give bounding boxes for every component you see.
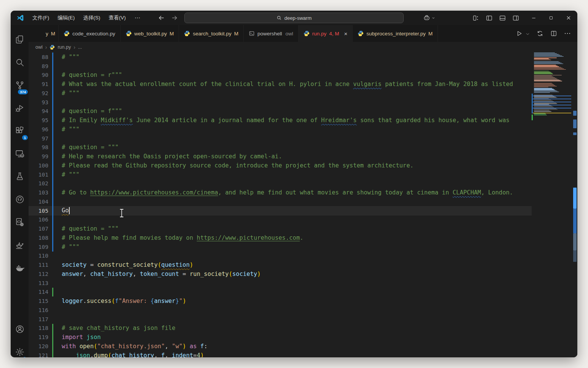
code-line-88[interactable]: 88# """ [29, 53, 532, 62]
activity-docker[interactable] [11, 256, 29, 279]
activity-search[interactable] [11, 51, 29, 74]
code-line-103[interactable]: 103# Go to https://www.picturehouses.com… [29, 188, 532, 197]
activity-genie-lamp[interactable] [11, 234, 29, 256]
run-icon[interactable] [515, 30, 523, 37]
code-line-108[interactable]: 108# Please help me find movies today on… [29, 233, 532, 242]
more-icon[interactable] [564, 30, 571, 37]
code-line-104[interactable]: 104 [29, 197, 532, 206]
tab-label: powershell [257, 31, 282, 37]
minimap-line [534, 71, 549, 71]
testing-icon [15, 172, 25, 182]
line-number: 120 [29, 343, 48, 349]
activity-code-runner[interactable] [11, 211, 29, 234]
activity-extensions[interactable]: 1 [11, 119, 29, 142]
code-line-96[interactable]: 96# """ [29, 125, 532, 134]
maximize-button[interactable] [542, 11, 560, 25]
code-line-106[interactable]: 106 [29, 215, 532, 225]
search-box[interactable]: deep-swarm [184, 13, 404, 23]
code-editor[interactable]: 88# """8990# question = r"""91# What was… [29, 53, 577, 357]
tab-run-py[interactable]: run.py4, M× [299, 25, 353, 42]
code-line-110[interactable]: 110 [29, 252, 532, 261]
git-modified-badge: M [51, 31, 55, 37]
menu-item-1[interactable]: 编辑(E) [53, 11, 79, 25]
tab-y[interactable]: yM [29, 25, 59, 42]
tab-web-toolkit-py[interactable]: web_toolkit.pyM [121, 25, 179, 42]
menu-more[interactable]: ⋯ [130, 14, 145, 21]
code-line-115[interactable]: 115logger.success(f"Answer: {answer}") [29, 296, 532, 306]
extensions-icon [15, 126, 25, 136]
overview-ruler-scrollbar[interactable] [572, 53, 577, 357]
menu-item-2[interactable]: 选择(S) [79, 11, 104, 25]
minimap[interactable] [532, 53, 572, 357]
tab-subprocess-interpreter-py[interactable]: subprocess_interpreter.pyM [353, 25, 438, 42]
code-line-113[interactable]: 113 [29, 279, 532, 288]
activity-testing[interactable] [11, 165, 29, 188]
code-line-101[interactable]: 101# """ [29, 170, 532, 179]
copilot-button[interactable] [423, 14, 436, 22]
code-line-102[interactable]: 102 [29, 179, 532, 188]
menu-item-3[interactable]: 查看(V) [104, 11, 130, 25]
split-editor-icon[interactable] [550, 30, 558, 37]
breadcrumb-item-0[interactable]: owl [35, 45, 43, 50]
code-line-120[interactable]: 120with open("chat_history.json", "w") a… [29, 342, 532, 351]
code-line-119[interactable]: 119import json [29, 333, 532, 342]
tab-code-execution-py[interactable]: code_execution.py [59, 25, 121, 42]
code-line-92[interactable]: 92# """ [29, 89, 532, 98]
breadcrumb: owl›run.py›... [29, 42, 577, 53]
minimize-button[interactable] [525, 11, 542, 25]
gutter-change-marker [52, 351, 53, 357]
code-line-98[interactable]: 98# question = """ [29, 143, 532, 152]
gutter-change-marker [52, 324, 53, 333]
breadcrumb-item-2[interactable]: ... [78, 45, 82, 50]
code-line-111[interactable]: 111society = construct_society(question) [29, 260, 532, 269]
code-text: logger.success(f"Answer: {answer}") [62, 298, 186, 304]
tab-search-toolkit-py[interactable]: search_toolkit.pyM [179, 25, 244, 42]
activity-run-debug[interactable] [11, 97, 29, 119]
gutter-change-marker [52, 152, 53, 161]
line-number: 98 [29, 144, 48, 150]
activity-settings[interactable] [11, 341, 29, 357]
code-line-109[interactable]: 109# """ [29, 242, 532, 252]
nav-back-icon[interactable] [158, 14, 165, 22]
activity-explorer[interactable] [11, 28, 29, 51]
chevron-down-icon[interactable] [525, 31, 530, 36]
activity-source-control[interactable]: 374 [11, 74, 29, 97]
close-button[interactable] [560, 11, 577, 25]
breadcrumb-item-1[interactable]: run.py [58, 45, 71, 50]
gutter-change-marker [52, 62, 53, 71]
minimap-change-highlight [532, 99, 571, 99]
code-line-97[interactable]: 97 [29, 134, 532, 143]
code-line-116[interactable]: 116 [29, 306, 532, 315]
activity-github[interactable] [11, 188, 29, 211]
code-line-117[interactable]: 117 [29, 315, 532, 324]
code-line-118[interactable]: 118# save chat_history as json file [29, 324, 532, 333]
tab-powershell[interactable]: powershellowl [244, 25, 299, 42]
activity-remote-explorer[interactable] [11, 142, 29, 165]
code-line-121[interactable]: 121 json.dump(chat_history, f, indent=4) [29, 351, 532, 357]
line-number: 106 [29, 217, 48, 223]
nav-forward-icon[interactable] [171, 14, 178, 22]
code-line-94[interactable]: 94# question = f""" [29, 107, 532, 116]
accounts-icon [15, 324, 25, 334]
toggle-panel-icon[interactable] [499, 14, 506, 22]
code-line-91[interactable]: 91# What was the actual enrollment count… [29, 80, 532, 89]
toggle-secondary-sidebar-icon[interactable] [512, 14, 519, 22]
line-number: 95 [29, 117, 48, 123]
compare-changes-icon[interactable] [536, 30, 544, 37]
code-line-95[interactable]: 95# In Emily Midkiff's June 2014 article… [29, 116, 532, 125]
activity-accounts[interactable] [11, 318, 29, 341]
code-line-105[interactable]: 105Go [29, 206, 532, 215]
overview-mark [573, 209, 577, 233]
code-line-90[interactable]: 90# question = r""" [29, 71, 532, 80]
code-line-100[interactable]: 100# Please read the Github repository s… [29, 161, 532, 170]
code-line-112[interactable]: 112answer, chat_history, token_count = r… [29, 269, 532, 279]
code-line-114[interactable]: 114 [29, 288, 532, 297]
code-line-93[interactable]: 93 [29, 98, 532, 107]
code-line-89[interactable]: 89 [29, 62, 532, 71]
toggle-primary-sidebar-icon[interactable] [486, 14, 493, 22]
close-tab-icon[interactable]: × [344, 30, 348, 37]
customize-layout-icon[interactable] [472, 14, 479, 22]
code-line-99[interactable]: 99# Help me research the Oasis project o… [29, 152, 532, 161]
code-line-107[interactable]: 107# question = """ [29, 224, 532, 233]
menu-item-0[interactable]: 文件(F) [28, 11, 53, 25]
